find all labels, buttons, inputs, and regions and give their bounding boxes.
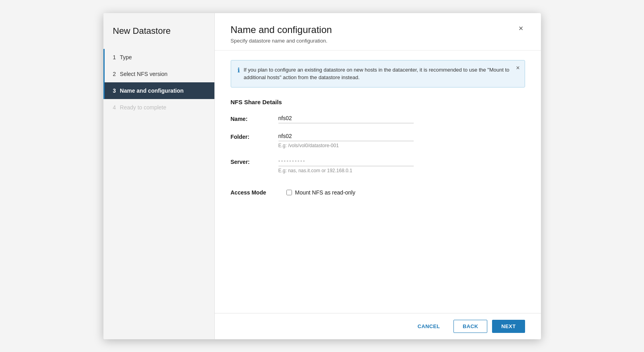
- info-icon: ℹ: [237, 66, 240, 74]
- folder-form-row: Folder: E.g: /vols/vol0/datastore-001: [231, 131, 525, 148]
- sidebar-item-type[interactable]: 1 Type: [103, 49, 214, 66]
- new-datastore-dialog: New Datastore 1 Type 2 Select NFS versio…: [103, 13, 541, 339]
- dialog-footer: CANCEL BACK NEXT: [215, 313, 541, 339]
- step-2-label: Select NFS version: [120, 71, 167, 77]
- sidebar-title: New Datastore: [103, 26, 214, 49]
- back-button[interactable]: BACK: [453, 320, 487, 333]
- page-subtitle: Specify datastore name and configuration…: [231, 38, 332, 44]
- cancel-button[interactable]: CANCEL: [409, 320, 449, 333]
- banner-close-button[interactable]: ×: [516, 64, 519, 72]
- access-mode-section: Access Mode Mount NFS as read-only: [231, 189, 525, 196]
- sidebar-steps: 1 Type 2 Select NFS version 3 Name and c…: [103, 49, 214, 116]
- close-button[interactable]: ×: [517, 24, 525, 32]
- main-header: Name and configuration Specify datastore…: [215, 13, 541, 51]
- sidebar-item-select-nfs-version[interactable]: 2 Select NFS version: [103, 66, 214, 82]
- mount-readonly-checkbox[interactable]: [286, 190, 292, 195]
- server-form-row: Server: E.g: nas, nas.it.com or 192.168.…: [231, 156, 525, 173]
- folder-hint: E.g: /vols/vol0/datastore-001: [278, 143, 414, 148]
- server-field-wrap: E.g: nas, nas.it.com or 192.168.0.1: [278, 156, 414, 173]
- main-content: Name and configuration Specify datastore…: [215, 13, 541, 339]
- name-input[interactable]: [278, 113, 414, 123]
- sidebar: New Datastore 1 Type 2 Select NFS versio…: [103, 13, 215, 339]
- mount-readonly-label[interactable]: Mount NFS as read-only: [295, 189, 356, 196]
- name-label: Name:: [231, 113, 278, 122]
- folder-label: Folder:: [231, 131, 278, 140]
- info-banner-text: If you plan to configure an existing dat…: [244, 66, 518, 82]
- name-field-wrap: [278, 113, 414, 123]
- main-body: ℹ If you plan to configure an existing d…: [215, 51, 541, 313]
- server-input[interactable]: [278, 156, 414, 166]
- folder-input[interactable]: [278, 131, 414, 141]
- step-3-label: Name and configuration: [120, 88, 183, 94]
- access-mode-checkbox-wrap: Mount NFS as read-only: [286, 189, 356, 196]
- sidebar-item-name-configuration[interactable]: 3 Name and configuration: [103, 82, 214, 99]
- server-label: Server:: [231, 156, 278, 165]
- step-1-number: 1: [113, 54, 116, 60]
- name-form-row: Name:: [231, 113, 525, 123]
- next-button[interactable]: NEXT: [492, 320, 525, 333]
- step-2-number: 2: [113, 71, 116, 77]
- step-3-number: 3: [113, 88, 116, 94]
- sidebar-item-ready-to-complete: 4 Ready to complete: [103, 99, 214, 116]
- step-4-number: 4: [113, 104, 116, 111]
- step-1-label: Type: [120, 54, 132, 60]
- step-4-label: Ready to complete: [120, 104, 166, 111]
- page-title: Name and configuration: [231, 24, 332, 35]
- access-mode-label: Access Mode: [231, 189, 286, 196]
- info-banner: ℹ If you plan to configure an existing d…: [231, 60, 525, 88]
- server-hint: E.g: nas, nas.it.com or 192.168.0.1: [278, 168, 414, 173]
- access-mode-row: Access Mode Mount NFS as read-only: [231, 189, 525, 196]
- section-title: NFS Share Details: [231, 99, 525, 105]
- folder-field-wrap: E.g: /vols/vol0/datastore-001: [278, 131, 414, 148]
